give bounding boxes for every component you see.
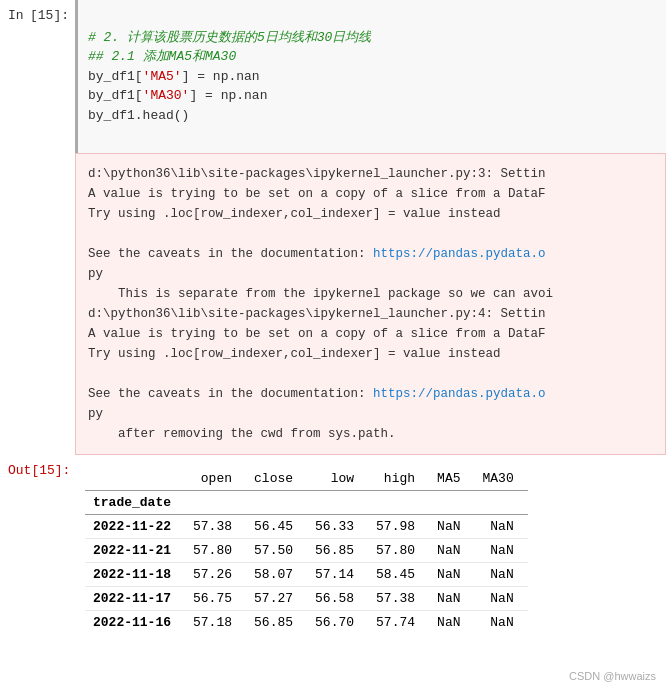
- open-1: 57.38: [185, 514, 246, 538]
- input-cell: In [15]: # 2. 计算该股票历史数据的5日均线和30日均线 ## 2.…: [0, 0, 666, 153]
- close-4: 57.27: [246, 586, 307, 610]
- close-3: 58.07: [246, 562, 307, 586]
- table-container: open close low high MA5 MA30 trade_date …: [75, 455, 666, 642]
- in-label: In: [8, 8, 30, 38]
- table-row: 2022-11-18 57.26 58.07 57.14 58.45 NaN N…: [85, 562, 528, 586]
- code-line-4: by_df1['MA30'] = np.nan: [88, 88, 267, 103]
- data-table: open close low high MA5 MA30 trade_date …: [85, 467, 528, 634]
- output-cell: Out[15]: open close low high MA5 MA30 tr…: [0, 455, 666, 642]
- cell-in-label: In [15]:: [0, 0, 75, 153]
- out-label: Out[15]:: [0, 455, 75, 642]
- ma30-1: NaN: [474, 514, 527, 538]
- output-content: open close low high MA5 MA30 trade_date …: [75, 455, 666, 642]
- code-line-5: by_df1.head(): [88, 108, 189, 123]
- low-2: 56.85: [307, 538, 368, 562]
- high-5: 57.74: [368, 610, 429, 634]
- table-header-row: open close low high MA5 MA30: [85, 467, 528, 491]
- ma30-3: NaN: [474, 562, 527, 586]
- low-3: 57.14: [307, 562, 368, 586]
- ma30-4: NaN: [474, 586, 527, 610]
- error-content: d:\python36\lib\site-packages\ipykernel_…: [75, 153, 666, 455]
- table-row: 2022-11-17 56.75 57.27 56.58 57.38 NaN N…: [85, 586, 528, 610]
- col-header-close: close: [246, 467, 307, 491]
- open-2: 57.80: [185, 538, 246, 562]
- ma5-3: NaN: [429, 562, 474, 586]
- index-name: trade_date: [85, 490, 185, 514]
- date-4: 2022-11-17: [85, 586, 185, 610]
- date-3: 2022-11-18: [85, 562, 185, 586]
- low-4: 56.58: [307, 586, 368, 610]
- branding-text: CSDN @hwwaizs: [569, 670, 656, 682]
- date-5: 2022-11-16: [85, 610, 185, 634]
- ma30-5: NaN: [474, 610, 527, 634]
- ma30-2: NaN: [474, 538, 527, 562]
- low-5: 56.70: [307, 610, 368, 634]
- ma5-1: NaN: [429, 514, 474, 538]
- col-header-ma5: MA5: [429, 467, 474, 491]
- code-block[interactable]: # 2. 计算该股票历史数据的5日均线和30日均线 ## 2.1 添加MA5和M…: [75, 0, 666, 153]
- col-header-ma30: MA30: [474, 467, 527, 491]
- in-number: [15]:: [30, 8, 69, 23]
- low-1: 56.33: [307, 514, 368, 538]
- date-1: 2022-11-22: [85, 514, 185, 538]
- out-label-text: Out[15]:: [8, 463, 70, 478]
- docs-link-1[interactable]: https://pandas.pydata.o: [373, 247, 546, 261]
- close-1: 56.45: [246, 514, 307, 538]
- ma5-4: NaN: [429, 586, 474, 610]
- open-4: 56.75: [185, 586, 246, 610]
- high-1: 57.98: [368, 514, 429, 538]
- high-3: 58.45: [368, 562, 429, 586]
- col-header-index: [85, 467, 185, 491]
- close-2: 57.50: [246, 538, 307, 562]
- ma5-2: NaN: [429, 538, 474, 562]
- table-index-name-row: trade_date: [85, 490, 528, 514]
- open-3: 57.26: [185, 562, 246, 586]
- error-cell: d:\python36\lib\site-packages\ipykernel_…: [0, 153, 666, 455]
- close-5: 56.85: [246, 610, 307, 634]
- error-block: d:\python36\lib\site-packages\ipykernel_…: [75, 153, 666, 455]
- col-header-low: low: [307, 467, 368, 491]
- high-4: 57.38: [368, 586, 429, 610]
- comment-2: ## 2.1 添加MA5和MA30: [88, 49, 236, 64]
- table-row: 2022-11-21 57.80 57.50 56.85 57.80 NaN N…: [85, 538, 528, 562]
- input-content: # 2. 计算该股票历史数据的5日均线和30日均线 ## 2.1 添加MA5和M…: [75, 0, 666, 153]
- comment-1: # 2. 计算该股票历史数据的5日均线和30日均线: [88, 30, 371, 45]
- col-header-high: high: [368, 467, 429, 491]
- open-5: 57.18: [185, 610, 246, 634]
- date-2: 2022-11-21: [85, 538, 185, 562]
- table-row: 2022-11-16 57.18 56.85 56.70 57.74 NaN N…: [85, 610, 528, 634]
- docs-link-2[interactable]: https://pandas.pydata.o: [373, 387, 546, 401]
- high-2: 57.80: [368, 538, 429, 562]
- col-header-open: open: [185, 467, 246, 491]
- error-cell-label: [0, 153, 75, 455]
- ma5-5: NaN: [429, 610, 474, 634]
- table-body: 2022-11-22 57.38 56.45 56.33 57.98 NaN N…: [85, 514, 528, 634]
- table-row: 2022-11-22 57.38 56.45 56.33 57.98 NaN N…: [85, 514, 528, 538]
- code-line-3: by_df1['MA5'] = np.nan: [88, 69, 260, 84]
